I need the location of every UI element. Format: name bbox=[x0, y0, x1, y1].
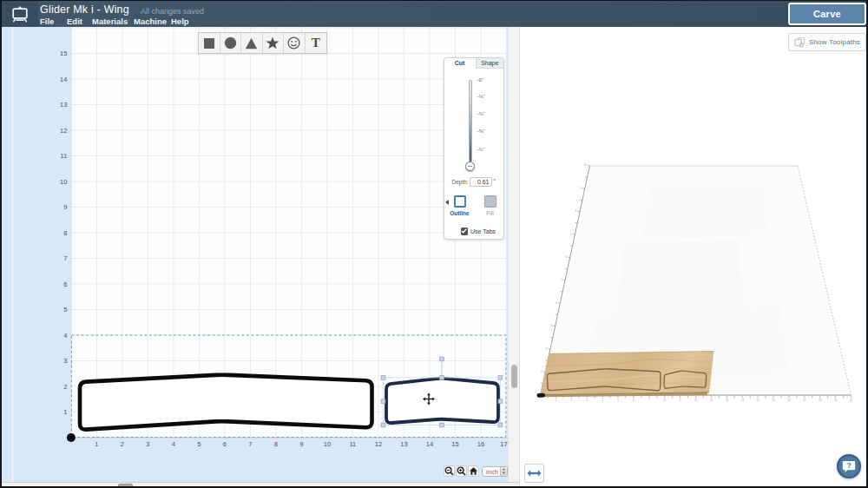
svg-text:2: 2 bbox=[546, 347, 548, 351]
help-button[interactable]: ? bbox=[837, 454, 861, 478]
wood-material-block[interactable] bbox=[541, 352, 714, 398]
unit-select[interactable]: inch bbox=[482, 466, 508, 478]
svg-text:15: 15 bbox=[60, 49, 67, 57]
circle-tool-button[interactable] bbox=[220, 33, 242, 53]
svg-text:6: 6 bbox=[633, 399, 635, 402]
show-toolpaths-button[interactable]: Show Toolpaths bbox=[788, 33, 866, 51]
depth-slider-handle[interactable] bbox=[465, 162, 475, 171]
star-tool-button[interactable] bbox=[263, 33, 285, 53]
svg-text:9: 9 bbox=[680, 399, 681, 402]
svg-text:3: 3 bbox=[63, 357, 67, 365]
svg-text:12: 12 bbox=[375, 440, 382, 448]
svg-text:6: 6 bbox=[63, 280, 67, 288]
wing-shape-small[interactable] bbox=[386, 379, 498, 423]
svg-text:13: 13 bbox=[741, 399, 745, 402]
panel-collapse-arrow-icon[interactable] bbox=[445, 200, 449, 205]
svg-text:14: 14 bbox=[426, 440, 433, 448]
menu-machine[interactable]: Machine bbox=[134, 16, 167, 26]
svg-text:10: 10 bbox=[694, 399, 698, 402]
menu-help[interactable]: Help bbox=[171, 16, 189, 26]
svg-text:5: 5 bbox=[197, 440, 201, 448]
zoom-in-icon bbox=[457, 466, 466, 476]
svg-text:16: 16 bbox=[787, 399, 791, 402]
menu-edit[interactable]: Edit bbox=[67, 16, 82, 26]
help-question-mark: ? bbox=[846, 461, 851, 470]
svg-text:9: 9 bbox=[580, 187, 582, 190]
slider-tick-1-2: -¹⁄₂″ bbox=[477, 147, 503, 152]
bed-bottom-ruler-numbers: 1234567891011121314151617181920 bbox=[556, 399, 853, 402]
use-tabs-checkbox[interactable] bbox=[461, 228, 469, 235]
svg-text:7: 7 bbox=[63, 254, 67, 262]
svg-text:5: 5 bbox=[561, 278, 562, 281]
horizontal-resize-arrow-icon bbox=[527, 469, 542, 478]
svg-text:4: 4 bbox=[602, 399, 603, 402]
window-frame-top bbox=[0, 0, 868, 1]
easel-logo-button[interactable] bbox=[2, 1, 38, 27]
document-title[interactable]: Glider Mk i - Wing bbox=[40, 3, 129, 16]
zoom-in-button[interactable] bbox=[456, 465, 467, 477]
svg-text:9: 9 bbox=[63, 203, 67, 211]
checkmark-icon bbox=[461, 228, 467, 234]
svg-text:5: 5 bbox=[617, 399, 619, 402]
outline-option-button[interactable] bbox=[454, 195, 466, 208]
cut-shape-panel: Cut Shape -0″ -¹⁄₈″ -¹⁄₄″ -³⁄₈″ -¹⁄₂″ De… bbox=[444, 57, 504, 240]
tab-shape[interactable]: Shape bbox=[476, 58, 504, 69]
depth-label: Depth: bbox=[452, 179, 469, 185]
design-canvas[interactable]: 1234567891011121314151617 12345678910111… bbox=[2, 27, 508, 486]
svg-text:1: 1 bbox=[63, 408, 67, 416]
unit-select-stepper-icon[interactable] bbox=[500, 467, 508, 477]
smiley-tool-button[interactable] bbox=[284, 33, 306, 53]
svg-text:1: 1 bbox=[95, 440, 98, 448]
save-status: All changes saved bbox=[141, 7, 204, 16]
triangle-icon bbox=[245, 37, 258, 49]
design-canvas-panel: 1234567891011121314151617 12345678910111… bbox=[2, 27, 519, 486]
depth-slider-track[interactable] bbox=[469, 80, 472, 162]
home-icon bbox=[469, 466, 478, 476]
triangle-tool-button[interactable] bbox=[241, 33, 263, 53]
slider-tick-1-8: -¹⁄₈″ bbox=[477, 94, 503, 99]
cut-shape-tabs: Cut Shape bbox=[444, 58, 503, 69]
shape-toolbar: T bbox=[198, 32, 327, 54]
svg-text:13: 13 bbox=[60, 101, 67, 109]
text-tool-icon: T bbox=[312, 36, 320, 49]
svg-text:3: 3 bbox=[146, 440, 149, 448]
help-bubble-icon: ? bbox=[842, 460, 856, 473]
page-edge-line bbox=[12, 27, 13, 486]
zoom-out-button[interactable] bbox=[444, 465, 455, 477]
window-frame-left bbox=[0, 0, 2, 488]
svg-text:13: 13 bbox=[400, 440, 407, 448]
svg-text:10: 10 bbox=[324, 440, 331, 448]
vertical-scrollbar[interactable] bbox=[508, 27, 519, 482]
svg-text:7: 7 bbox=[248, 440, 252, 448]
preview-3d-panel: 1234567891011121314151617181920 12345678… bbox=[519, 27, 866, 486]
menu-file[interactable]: File bbox=[40, 16, 54, 26]
panel-divider-button[interactable] bbox=[524, 464, 544, 483]
svg-text:7: 7 bbox=[570, 233, 572, 236]
vertical-scrollbar-thumb[interactable] bbox=[511, 365, 517, 388]
fill-option-button[interactable] bbox=[484, 195, 496, 208]
square-tool-button[interactable] bbox=[199, 33, 220, 53]
svg-text:1: 1 bbox=[541, 370, 542, 373]
svg-text:16: 16 bbox=[477, 440, 484, 448]
svg-text:8: 8 bbox=[274, 440, 278, 448]
preview-3d-scene[interactable]: 1234567891011121314151617181920 12345678… bbox=[520, 27, 867, 486]
svg-text:14: 14 bbox=[60, 76, 67, 83]
text-tool-button[interactable]: T bbox=[306, 33, 327, 53]
svg-text:7: 7 bbox=[648, 399, 650, 402]
depth-input[interactable]: 0.61 bbox=[470, 177, 492, 187]
toolpaths-icon bbox=[794, 36, 806, 48]
svg-text:15: 15 bbox=[451, 440, 458, 448]
carve-button[interactable]: Carve bbox=[788, 3, 866, 25]
svg-text:17: 17 bbox=[803, 399, 806, 402]
tab-cut[interactable]: Cut bbox=[444, 58, 476, 69]
zoom-home-button[interactable] bbox=[468, 465, 479, 477]
svg-text:2: 2 bbox=[121, 440, 124, 448]
zoom-out-icon bbox=[444, 466, 454, 476]
origin-point[interactable] bbox=[67, 433, 76, 442]
easel-logo-icon bbox=[9, 3, 31, 25]
wing-shape-large[interactable] bbox=[80, 375, 372, 430]
svg-text:4: 4 bbox=[63, 332, 67, 340]
svg-text:11: 11 bbox=[350, 440, 357, 448]
use-tabs-label: Use Tabs bbox=[470, 228, 496, 234]
menu-materials[interactable]: Materials bbox=[92, 16, 128, 26]
